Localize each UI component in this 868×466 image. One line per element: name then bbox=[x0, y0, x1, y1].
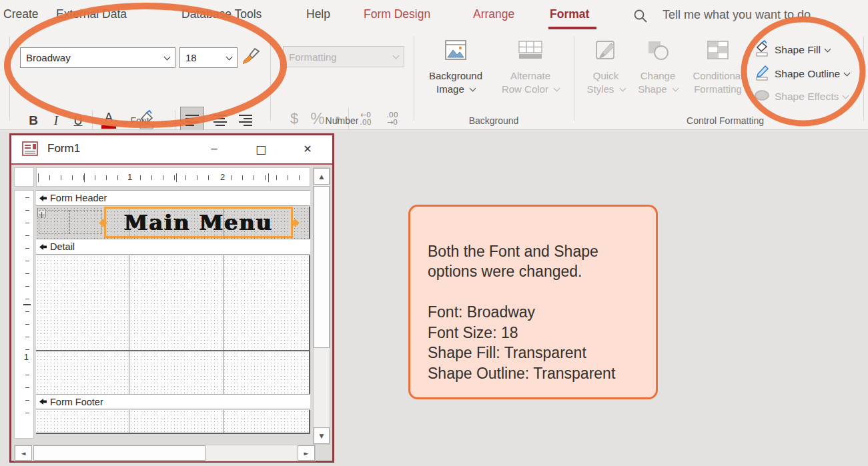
shape-effects-icon bbox=[754, 88, 770, 105]
ruler-corner-box[interactable] bbox=[14, 167, 34, 187]
chevron-down-icon bbox=[469, 85, 476, 92]
chevron-down-icon bbox=[843, 93, 849, 99]
tab-arrange[interactable]: Arrange bbox=[473, 7, 514, 21]
background-image-button[interactable]: Background Image bbox=[420, 39, 491, 96]
form-window-titlebar[interactable]: Form1 ─ □ ✕ bbox=[11, 135, 332, 163]
form-footer-grid[interactable] bbox=[36, 410, 310, 434]
grid-right-edge bbox=[309, 351, 310, 394]
shape-outline-label: Shape Outline bbox=[775, 68, 840, 80]
grid-column-line bbox=[223, 255, 224, 350]
section-collapse-icon bbox=[39, 243, 47, 251]
background-image-label-2: Image bbox=[436, 83, 464, 95]
grid-column-line bbox=[223, 351, 224, 394]
shape-outline-icon bbox=[754, 64, 770, 84]
tab-format[interactable]: Format bbox=[550, 7, 589, 21]
empty-layout-cell[interactable] bbox=[39, 210, 69, 234]
background-group-label: Background bbox=[414, 115, 574, 126]
grid-right-edge bbox=[309, 255, 310, 350]
tab-database-tools[interactable]: Database Tools bbox=[181, 7, 262, 21]
vertical-scrollbar[interactable]: ▲ ▼ bbox=[313, 167, 330, 445]
scroll-left-button[interactable]: ◄ bbox=[15, 445, 32, 461]
tell-me-search-box[interactable]: Tell me what you want to do bbox=[663, 8, 811, 22]
font-name-combo[interactable]: Broadway bbox=[20, 47, 175, 68]
format-painter-icon[interactable] bbox=[240, 46, 262, 70]
tab-help[interactable]: Help bbox=[306, 7, 330, 21]
shape-outline-button[interactable]: Shape Outline bbox=[754, 64, 849, 84]
vertical-scrollbar-thumb[interactable] bbox=[314, 186, 330, 348]
empty-layout-cell[interactable] bbox=[69, 210, 102, 234]
chevron-down-icon bbox=[824, 46, 831, 53]
horizontal-scrollbar-thumb[interactable] bbox=[33, 445, 205, 461]
form-footer-section-bar[interactable]: Form Footer bbox=[36, 394, 310, 409]
grid-column-line bbox=[129, 410, 129, 433]
font-group-label: Font bbox=[9, 115, 270, 126]
number-format-combo: Formatting bbox=[283, 46, 404, 67]
font-name-value: Broadway bbox=[26, 52, 71, 63]
section-collapse-icon bbox=[39, 195, 47, 202]
change-shape-label-1: Change bbox=[640, 70, 676, 81]
scroll-up-button[interactable]: ▲ bbox=[314, 168, 330, 185]
group-separator bbox=[9, 37, 10, 121]
alternate-row-color-icon bbox=[495, 39, 566, 65]
shape-fill-label: Shape Fill bbox=[775, 44, 821, 56]
scroll-down-button[interactable]: ▼ bbox=[314, 427, 330, 444]
tab-external-data[interactable]: External Data bbox=[56, 7, 127, 21]
main-menu-label-control[interactable]: Main Menu bbox=[104, 207, 293, 238]
font-size-combo[interactable]: 18 bbox=[179, 47, 238, 68]
form1-design-window: Form1 ─ □ ✕ 1 2 1 F bbox=[9, 133, 334, 463]
detail-grid-lower[interactable] bbox=[36, 351, 310, 394]
vertical-ruler[interactable]: 1 bbox=[14, 190, 34, 439]
ruler-half-ticks bbox=[38, 173, 310, 182]
titlebar-divider bbox=[11, 163, 332, 165]
workspace-canvas: Form1 ─ □ ✕ 1 2 1 F bbox=[0, 130, 868, 466]
grid-column-line bbox=[129, 255, 129, 350]
change-shape-button: Change Shape bbox=[631, 39, 685, 96]
shape-fill-icon bbox=[754, 40, 770, 60]
form-icon bbox=[22, 141, 38, 159]
form-header-grid[interactable]: Main Menu bbox=[36, 207, 310, 239]
chevron-down-icon bbox=[619, 85, 626, 92]
grid-column-line bbox=[129, 351, 129, 394]
detail-section-bar[interactable]: Detail bbox=[36, 239, 310, 255]
search-icon[interactable] bbox=[632, 8, 648, 27]
control-formatting-group-label: Control Formatting bbox=[587, 115, 863, 126]
horizontal-ruler[interactable]: 1 2 bbox=[36, 167, 310, 187]
quick-styles-label-1: Quick bbox=[593, 70, 618, 81]
tab-form-design[interactable]: Form Design bbox=[364, 7, 430, 21]
main-menu-label-text: Main Menu bbox=[124, 210, 273, 235]
alternate-row-label-2: Row Color bbox=[502, 83, 548, 95]
ruler-number: 1 bbox=[24, 351, 29, 363]
grid-right-edge bbox=[309, 410, 310, 433]
annotation-callout-text: Both the Font and Shape options were cha… bbox=[428, 243, 615, 382]
font-size-value: 18 bbox=[185, 52, 197, 63]
conditional-formatting-icon bbox=[686, 39, 750, 65]
chevron-down-icon bbox=[393, 53, 400, 59]
number-group-label: Number bbox=[270, 115, 414, 126]
conditional-formatting-button: Conditional Formatting bbox=[686, 39, 750, 96]
form-window-title: Form1 bbox=[47, 142, 80, 155]
form-header-section-bar[interactable]: Form Header bbox=[36, 190, 310, 206]
group-separator bbox=[863, 37, 864, 121]
chevron-down-icon bbox=[554, 85, 560, 92]
ruler-number: 1 bbox=[125, 172, 135, 182]
ribbon-format-tab-contents: Broadway 18 B I U A bbox=[0, 31, 868, 130]
minimize-button[interactable]: ─ bbox=[203, 139, 225, 159]
detail-label: Detail bbox=[50, 241, 75, 252]
background-image-label-1: Background bbox=[429, 70, 482, 81]
quick-styles-icon bbox=[580, 39, 631, 65]
group-separator bbox=[574, 37, 574, 121]
chevron-down-icon bbox=[164, 53, 171, 60]
chevron-down-icon bbox=[226, 53, 233, 60]
quick-styles-button: Quick Styles bbox=[580, 39, 631, 96]
shape-fill-button[interactable]: Shape Fill bbox=[754, 40, 830, 60]
change-shape-label-2: Shape bbox=[638, 83, 667, 95]
close-button[interactable]: ✕ bbox=[297, 139, 318, 159]
horizontal-scrollbar[interactable]: ◄ ► bbox=[14, 445, 316, 461]
scroll-right-button[interactable]: ► bbox=[298, 445, 315, 461]
maximize-button[interactable]: □ bbox=[250, 139, 272, 159]
alternate-row-label-1: Alternate bbox=[510, 70, 550, 81]
section-collapse-icon bbox=[39, 398, 47, 405]
tab-create[interactable]: Create bbox=[3, 7, 39, 21]
quick-styles-label-2: Styles bbox=[586, 83, 614, 95]
detail-grid-upper[interactable] bbox=[36, 255, 310, 350]
